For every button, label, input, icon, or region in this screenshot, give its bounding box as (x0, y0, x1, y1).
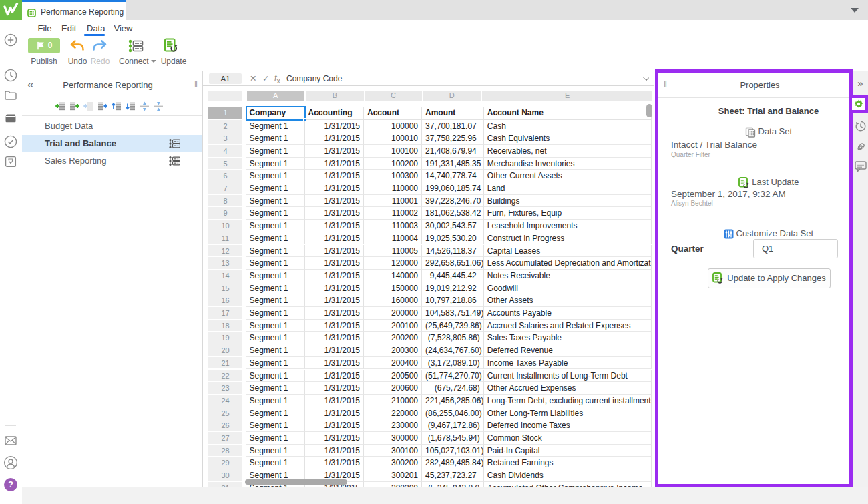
svg-text:?: ? (8, 479, 13, 489)
